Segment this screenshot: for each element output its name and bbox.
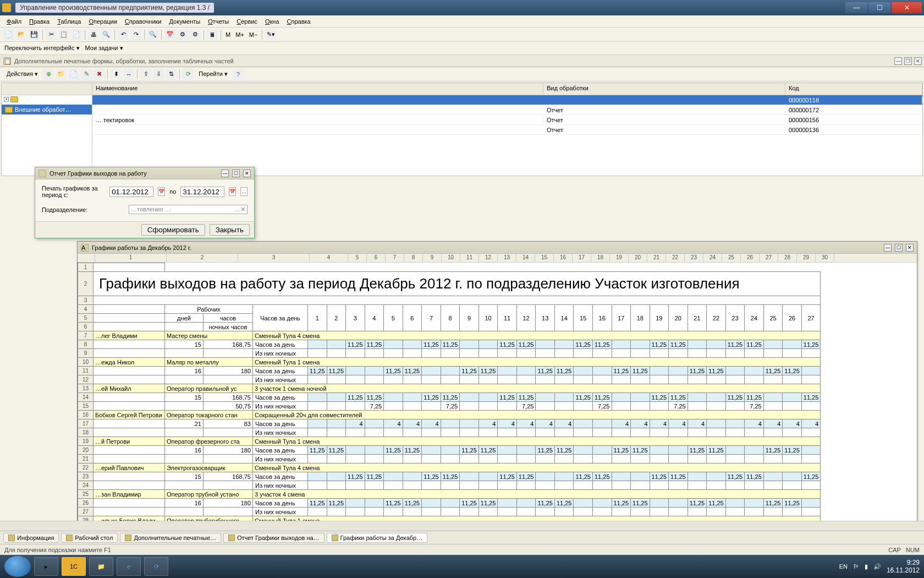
- ruler-col[interactable]: 23: [685, 254, 703, 262]
- row-number[interactable]: 19: [78, 437, 94, 446]
- col-name[interactable]: Наименование: [92, 83, 543, 95]
- open-icon[interactable]: 📂: [16, 29, 27, 40]
- sheet-close[interactable]: ✕: [906, 244, 914, 252]
- row-number[interactable]: 22: [78, 464, 94, 472]
- menu-file[interactable]: Файл: [7, 18, 21, 25]
- redo-icon[interactable]: ↷: [130, 29, 141, 40]
- menu-references[interactable]: Справочники: [125, 18, 162, 25]
- tool2-icon[interactable]: ⚙: [190, 29, 201, 40]
- row-number[interactable]: 25: [78, 490, 94, 499]
- ruler-col[interactable]: 3: [238, 254, 310, 262]
- paste-icon[interactable]: 📄: [71, 29, 82, 40]
- print-icon[interactable]: 🖶: [88, 29, 99, 40]
- brush-icon[interactable]: ✎▾: [265, 29, 276, 40]
- row-number[interactable]: 16: [78, 411, 94, 419]
- mdi-minimize[interactable]: —: [894, 57, 902, 65]
- ruler-col[interactable]: 14: [516, 254, 535, 262]
- ruler-col[interactable]: 29: [797, 254, 816, 262]
- tray-lang[interactable]: EN: [839, 563, 848, 570]
- ruler-col[interactable]: 26: [741, 254, 760, 262]
- tray-clock[interactable]: 9:29 16.11.2012: [887, 559, 920, 574]
- ruler-col[interactable]: 8: [404, 254, 423, 262]
- ruler-col[interactable]: 17: [573, 254, 591, 262]
- dialog-maximize[interactable]: ☐: [232, 170, 240, 177]
- ruler-col[interactable]: 5: [348, 254, 367, 262]
- window-tab[interactable]: Информация: [3, 533, 59, 543]
- sheet-maximize[interactable]: ☐: [895, 244, 903, 252]
- copy-icon[interactable]: 📋: [58, 29, 69, 40]
- row-number[interactable]: 23: [78, 472, 94, 481]
- hier-icon[interactable]: ⬍: [111, 69, 122, 80]
- row-number[interactable]: 20: [78, 446, 94, 455]
- ruler-col[interactable]: 22: [666, 254, 685, 262]
- delete-icon[interactable]: ✖: [94, 69, 105, 80]
- sort-icon[interactable]: ⇅: [166, 69, 177, 80]
- row-number[interactable]: 3: [78, 296, 94, 305]
- maximize-button[interactable]: ☐: [868, 2, 890, 13]
- ruler-col[interactable]: 30: [816, 254, 834, 262]
- calendar-from-icon[interactable]: 📅: [158, 187, 165, 196]
- calc-icon[interactable]: 🖩: [207, 29, 218, 40]
- task-explorer-icon[interactable]: 📁: [89, 557, 113, 576]
- task-app-icon[interactable]: ⟳: [144, 557, 168, 576]
- date-to-input[interactable]: [180, 187, 224, 197]
- period-picker-icon[interactable]: …: [240, 187, 248, 196]
- row-number[interactable]: 21: [78, 455, 94, 464]
- ruler-col[interactable]: 15: [535, 254, 554, 262]
- row-number[interactable]: 5: [78, 314, 94, 323]
- row-number[interactable]: 27: [78, 508, 94, 516]
- ruler-col[interactable]: 21: [647, 254, 666, 262]
- find-icon[interactable]: 🔍: [147, 29, 158, 40]
- move-icon[interactable]: ↔: [123, 69, 134, 80]
- switch-interface[interactable]: Переключить интерфейс ▾: [4, 45, 80, 52]
- list-row[interactable]: … тектировокОтчет000000156: [92, 115, 922, 125]
- mdi-close[interactable]: ✕: [914, 57, 922, 65]
- start-button[interactable]: [4, 556, 31, 577]
- row-number[interactable]: 17: [78, 419, 94, 428]
- row-number[interactable]: 24: [78, 481, 94, 490]
- list-row[interactable]: 000000118: [92, 95, 922, 105]
- ruler-col[interactable]: 13: [498, 254, 516, 262]
- goto-menu[interactable]: Перейти ▾: [195, 70, 231, 78]
- memory-mplus[interactable]: M+: [234, 31, 246, 38]
- menu-operations[interactable]: Операции: [89, 18, 117, 25]
- window-tab[interactable]: Отчет Графики выходов на…: [223, 533, 324, 543]
- row-number[interactable]: 13: [78, 384, 94, 393]
- preview-icon[interactable]: 🔍: [101, 29, 112, 40]
- row-number[interactable]: 6: [78, 323, 94, 331]
- menu-edit[interactable]: Правка: [29, 18, 50, 25]
- up-icon[interactable]: ⇧: [140, 69, 151, 80]
- expand-icon[interactable]: +: [4, 97, 9, 102]
- new-icon[interactable]: 📄: [3, 29, 14, 40]
- down-icon[interactable]: ⇩: [153, 69, 164, 80]
- menu-service[interactable]: Сервис: [237, 18, 257, 25]
- refresh-icon[interactable]: ⟳: [183, 69, 194, 80]
- my-tasks[interactable]: Мои задачи ▾: [85, 45, 123, 52]
- tree-item-external[interactable]: Внешние обработ…: [2, 105, 92, 114]
- calendar-to-icon[interactable]: 📅: [229, 187, 236, 196]
- tool-icon[interactable]: ⚙: [177, 29, 188, 40]
- add-copy-icon[interactable]: 📄: [68, 69, 79, 80]
- window-tab[interactable]: Рабочий стол: [61, 533, 118, 543]
- ruler-col[interactable]: 4: [310, 254, 348, 262]
- sheet-titlebar[interactable]: A Графики работы за Декабрь 2012 г. — ☐ …: [78, 242, 917, 254]
- ruler-col[interactable]: 18: [591, 254, 610, 262]
- tray-flag-icon[interactable]: 🏳: [853, 563, 859, 570]
- window-tab[interactable]: Графики работы за Декабр…: [327, 533, 428, 543]
- row-number[interactable]: 8: [78, 340, 94, 349]
- menu-documents[interactable]: Документы: [169, 18, 201, 25]
- task-1c-icon[interactable]: 1C: [62, 557, 86, 576]
- sheet-minimize[interactable]: —: [884, 244, 892, 252]
- tray-network-icon[interactable]: ▮: [865, 563, 868, 570]
- dialog-titlebar[interactable]: Отчет Графики выходов на работу — ☐ ✕: [35, 167, 254, 179]
- row-number[interactable]: 14: [78, 393, 94, 402]
- close-button[interactable]: ✕: [892, 2, 922, 13]
- ruler-col[interactable]: 7: [386, 254, 404, 262]
- row-number[interactable]: 18: [78, 428, 94, 437]
- row-number[interactable]: 28: [78, 516, 94, 521]
- row-number[interactable]: 2: [78, 272, 94, 296]
- col-code[interactable]: Код: [785, 83, 922, 95]
- row-number[interactable]: 12: [78, 375, 94, 384]
- ruler-col[interactable]: 25: [722, 254, 741, 262]
- actions-menu[interactable]: Действия ▾: [3, 70, 41, 78]
